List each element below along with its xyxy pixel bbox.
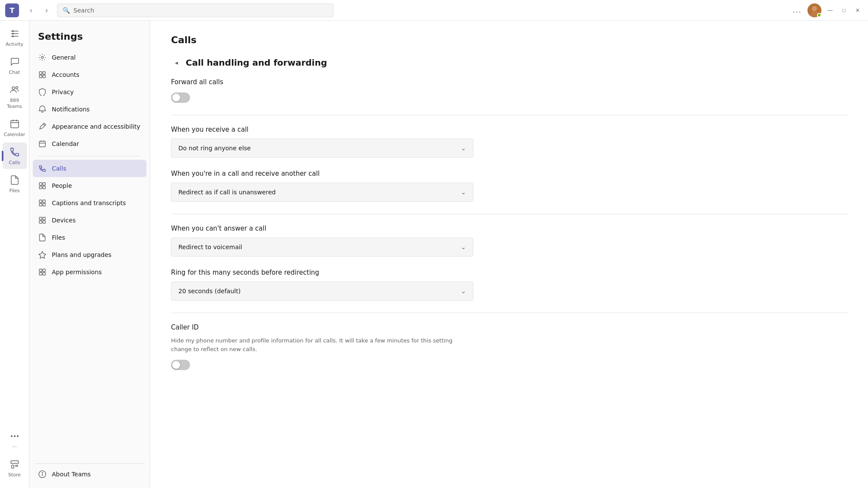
calendar-icon bbox=[9, 118, 21, 130]
settings-item-appearance[interactable]: Appearance and accessibility bbox=[33, 118, 146, 135]
settings-item-privacy[interactable]: Privacy bbox=[33, 83, 146, 101]
sidebar-item-activity[interactable]: Activity bbox=[3, 24, 27, 51]
back-button[interactable]: ‹ bbox=[24, 3, 38, 17]
about-label: About Teams bbox=[52, 471, 91, 478]
sidebar-item-teams[interactable]: 889 Teams bbox=[3, 80, 27, 112]
svg-rect-37 bbox=[43, 217, 45, 220]
sidebar-item-calls[interactable]: Calls bbox=[3, 143, 27, 169]
page-title: Calls bbox=[171, 35, 847, 45]
about-teams-item[interactable]: About Teams bbox=[29, 466, 150, 483]
store-icon bbox=[9, 458, 21, 470]
sidebar-item-more[interactable]: ··· bbox=[3, 427, 27, 453]
settings-item-notifications[interactable]: Notifications bbox=[33, 101, 146, 118]
files-label: Files bbox=[9, 188, 19, 193]
activity-label: Activity bbox=[6, 41, 23, 47]
divider-3 bbox=[171, 313, 847, 313]
section-collapse-button[interactable]: ◂ bbox=[171, 57, 181, 68]
cant-answer-row: When you can't answer a call Redirect to… bbox=[171, 225, 847, 257]
ring-seconds-dropdown[interactable]: 20 seconds (default) ⌄ bbox=[171, 282, 473, 301]
search-placeholder: Search bbox=[73, 7, 94, 14]
teams-label: 889 Teams bbox=[4, 98, 25, 109]
svg-point-7 bbox=[12, 35, 14, 37]
svg-marker-40 bbox=[39, 251, 46, 258]
svg-point-3 bbox=[812, 6, 817, 11]
calendar-settings-icon bbox=[38, 139, 47, 148]
receive-call-chevron: ⌄ bbox=[461, 145, 466, 152]
in-call-chevron: ⌄ bbox=[461, 189, 466, 196]
captions-icon bbox=[38, 199, 47, 207]
section-header: ◂ Call handling and forwarding bbox=[171, 57, 847, 68]
svg-rect-10 bbox=[11, 120, 19, 128]
forward-calls-label: Forward all calls bbox=[171, 78, 847, 86]
appearance-label: Appearance and accessibility bbox=[52, 123, 140, 130]
devices-icon bbox=[38, 216, 47, 225]
settings-item-accounts[interactable]: Accounts bbox=[33, 66, 146, 83]
svg-rect-35 bbox=[43, 203, 45, 206]
svg-rect-17 bbox=[12, 465, 14, 468]
calls-icon bbox=[9, 146, 21, 158]
main-content: Calls ◂ Call handling and forwarding For… bbox=[150, 21, 868, 488]
settings-item-plans[interactable]: Plans and upgrades bbox=[33, 246, 146, 263]
calls-label: Calls bbox=[9, 160, 20, 165]
svg-rect-31 bbox=[43, 186, 45, 189]
svg-rect-21 bbox=[43, 72, 45, 74]
cant-answer-chevron: ⌄ bbox=[461, 244, 466, 250]
divider-2 bbox=[171, 214, 847, 214]
caller-id-description: Hide my phone number and profile informa… bbox=[171, 336, 473, 353]
svg-rect-29 bbox=[43, 183, 45, 185]
maximize-button[interactable]: □ bbox=[839, 5, 849, 16]
about-icon bbox=[38, 470, 47, 478]
notifications-label: Notifications bbox=[52, 106, 90, 113]
close-button[interactable]: ✕ bbox=[852, 5, 863, 16]
settings-item-people[interactable]: People bbox=[33, 177, 146, 194]
accounts-icon bbox=[38, 70, 47, 79]
settings-title: Settings bbox=[29, 21, 150, 49]
svg-point-19 bbox=[41, 57, 44, 59]
ring-seconds-row: Ring for this many seconds before redire… bbox=[171, 269, 847, 301]
in-call-dropdown[interactable]: Redirect as if call is unanswered ⌄ bbox=[171, 183, 473, 202]
settings-item-calls[interactable]: Calls bbox=[33, 160, 146, 177]
svg-rect-36 bbox=[39, 217, 42, 220]
forward-calls-toggle[interactable] bbox=[171, 92, 190, 103]
svg-rect-41 bbox=[39, 269, 42, 272]
user-avatar-container[interactable] bbox=[808, 3, 821, 17]
appearance-icon bbox=[38, 122, 47, 131]
teams-icon bbox=[9, 84, 21, 96]
calendar-label: Calendar bbox=[4, 132, 25, 137]
divider-1 bbox=[171, 115, 847, 115]
caller-id-toggle[interactable] bbox=[171, 360, 190, 370]
titlebar-nav: ‹ › bbox=[24, 3, 54, 17]
svg-rect-24 bbox=[39, 141, 45, 147]
settings-item-files[interactable]: Files bbox=[33, 229, 146, 246]
caller-id-label: Caller ID bbox=[171, 323, 847, 331]
minimize-button[interactable]: — bbox=[825, 5, 835, 16]
permissions-label: App permissions bbox=[52, 269, 102, 276]
settings-item-general[interactable]: General bbox=[33, 49, 146, 66]
plans-icon bbox=[38, 250, 47, 259]
settings-item-captions[interactable]: Captions and transcripts bbox=[33, 194, 146, 212]
settings-item-calendar[interactable]: Calendar bbox=[33, 135, 146, 152]
sidebar-icons: Activity Chat 889 Teams bbox=[0, 21, 29, 488]
cant-answer-value: Redirect to voicemail bbox=[178, 244, 242, 250]
files-settings-label: Files bbox=[52, 234, 65, 241]
calls-settings-icon bbox=[38, 164, 47, 173]
privacy-icon bbox=[38, 88, 47, 96]
sidebar-item-store[interactable]: Store bbox=[3, 455, 27, 481]
sidebar-item-calendar[interactable]: Calendar bbox=[3, 114, 27, 141]
sidebar-item-files[interactable]: Files bbox=[3, 171, 27, 197]
settings-divider bbox=[38, 156, 141, 156]
search-bar[interactable]: 🔍 Search bbox=[57, 3, 333, 17]
files-settings-icon bbox=[38, 233, 47, 242]
permissions-icon bbox=[38, 268, 47, 276]
receive-call-dropdown[interactable]: Do not ring anyone else ⌄ bbox=[171, 139, 473, 158]
settings-item-devices[interactable]: Devices bbox=[33, 212, 146, 229]
sidebar-item-chat[interactable]: Chat bbox=[3, 52, 27, 79]
cant-answer-dropdown[interactable]: Redirect to voicemail ⌄ bbox=[171, 238, 473, 257]
settings-item-permissions[interactable]: App permissions bbox=[33, 263, 146, 281]
svg-rect-18 bbox=[16, 465, 18, 466]
more-options-button[interactable]: ... bbox=[790, 3, 804, 17]
search-icon: 🔍 bbox=[63, 7, 70, 14]
calendar-settings-label: Calendar bbox=[52, 140, 79, 147]
in-call-label: When you're in a call and receive anothe… bbox=[171, 170, 847, 177]
forward-button[interactable]: › bbox=[40, 3, 54, 17]
